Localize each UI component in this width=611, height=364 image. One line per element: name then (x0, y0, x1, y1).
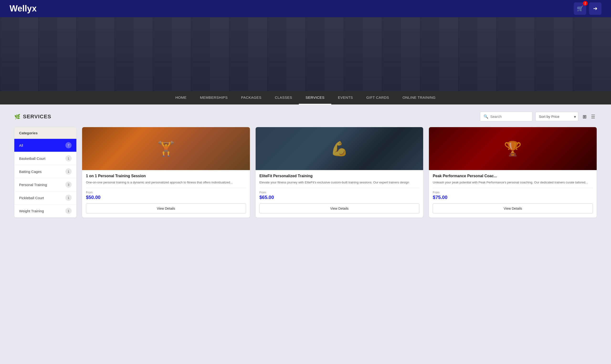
card-body-2: EliteFit Personalized Training Elevate y… (256, 170, 423, 217)
cards-grid: 🏋️ 1 on 1 Personal Training Session One-… (82, 127, 597, 218)
category-pickleball-court-count: 1 (66, 195, 72, 201)
header-actions: 🛒 2 ➜ (574, 2, 601, 15)
service-card-3: 🏆 Peak Performance Personal Coac... Unle… (429, 127, 597, 218)
categories-header: Categories (14, 127, 76, 139)
category-batting-cages-label: Batting Cages (19, 169, 41, 174)
leaf-icon: 🌿 (14, 114, 21, 119)
grid-view-button[interactable]: ⊞ (581, 112, 588, 121)
nav-services[interactable]: SERVICES (299, 91, 331, 104)
services-header: 🌿 SERVICES 🔍 Sort by Price Price: Low to… (14, 112, 597, 121)
nav-home[interactable]: HOME (169, 91, 193, 104)
card-title-3: Peak Performance Personal Coac... (433, 174, 593, 178)
category-basketball-court-count: 1 (66, 155, 72, 161)
service-card-1: 🏋️ 1 on 1 Personal Training Session One-… (82, 127, 250, 218)
category-all[interactable]: All 7 (14, 139, 76, 152)
sort-wrapper: Sort by Price Price: Low to High Price: … (535, 112, 578, 121)
header: Wellyx 🛒 2 ➜ (0, 0, 611, 17)
nav-events[interactable]: EVENTS (331, 91, 360, 104)
services-controls: 🔍 Sort by Price Price: Low to High Price… (480, 112, 597, 121)
category-basketball-court-label: Basketball Court (19, 156, 45, 160)
cart-badge: 2 (583, 1, 588, 6)
category-pickleball-court-label: Pickleball Court (19, 196, 44, 200)
card-from-1: From (86, 191, 246, 194)
card-image-3: 🏆 (429, 127, 597, 170)
category-personal-training-count: 3 (66, 182, 72, 188)
card-desc-1: One-on-one personal training is a dynami… (86, 180, 246, 188)
card-body-3: Peak Performance Personal Coac... Unleas… (429, 170, 597, 217)
view-details-button-1[interactable]: View Details (86, 204, 246, 213)
list-view-button[interactable]: ☰ (589, 112, 597, 121)
view-details-button-2[interactable]: View Details (259, 204, 420, 213)
card-price-1: $50.00 (86, 195, 246, 200)
nav-online-training[interactable]: ONLINE TRAINING (396, 91, 442, 104)
card-from-2: From (259, 191, 420, 194)
card-price-3: $75.00 (433, 195, 593, 200)
category-weight-training[interactable]: Weight Training 1 (14, 204, 76, 218)
card-title-1: 1 on 1 Personal Training Session (86, 174, 246, 178)
category-all-label: All (19, 143, 23, 147)
login-button[interactable]: ➜ (589, 2, 601, 15)
nav-classes[interactable]: CLASSES (268, 91, 299, 104)
login-icon: ➜ (593, 5, 598, 12)
cart-button[interactable]: 🛒 2 (574, 2, 586, 15)
view-toggle: ⊞ ☰ (581, 112, 597, 121)
nav-memberships[interactable]: MEMBERSHIPS (193, 91, 234, 104)
categories-sidebar: Categories All 7 Basketball Court 1 Batt… (14, 127, 76, 218)
search-input[interactable] (490, 115, 529, 118)
category-personal-training-label: Personal Training (19, 183, 47, 187)
card-from-3: From (433, 191, 593, 194)
hero-image (0, 17, 611, 91)
card-body-1: 1 on 1 Personal Training Session One-on-… (82, 170, 250, 217)
card-desc-3: Unleash your peak potential with Peak Pe… (433, 180, 593, 188)
search-box: 🔍 (480, 112, 532, 121)
sort-select[interactable]: Sort by Price Price: Low to High Price: … (535, 112, 578, 121)
service-card-2: 💪 EliteFit Personalized Training Elevate… (256, 127, 423, 218)
nav-packages[interactable]: PACKAGES (234, 91, 268, 104)
view-details-button-3[interactable]: View Details (433, 204, 593, 213)
card-image-2: 💪 (256, 127, 423, 170)
category-weight-training-count: 1 (66, 208, 72, 214)
category-all-count: 7 (66, 142, 72, 148)
logo: Wellyx (10, 4, 37, 13)
hero-banner (0, 17, 611, 91)
category-personal-training[interactable]: Personal Training 3 (14, 178, 76, 191)
search-icon: 🔍 (484, 114, 488, 119)
category-batting-cages[interactable]: Batting Cages 1 (14, 165, 76, 178)
category-batting-cages-count: 1 (66, 169, 72, 175)
card-title-2: EliteFit Personalized Training (259, 174, 420, 178)
card-image-1: 🏋️ (82, 127, 250, 170)
category-basketball-court[interactable]: Basketball Court 1 (14, 152, 76, 165)
category-weight-training-label: Weight Training (19, 209, 44, 213)
cart-icon: 🛒 (577, 5, 583, 12)
nav-gift-cards[interactable]: GIFT CARDS (360, 91, 396, 104)
card-desc-2: Elevate your fitness journey with EliteF… (259, 180, 420, 188)
page-title: SERVICES (23, 114, 51, 120)
services-title: 🌿 SERVICES (14, 114, 51, 120)
navigation: HOME MEMBERSHIPS PACKAGES CLASSES SERVIC… (0, 91, 611, 104)
category-pickleball-court[interactable]: Pickleball Court 1 (14, 191, 76, 204)
main-content: 🌿 SERVICES 🔍 Sort by Price Price: Low to… (0, 104, 611, 247)
content-layout: Categories All 7 Basketball Court 1 Batt… (14, 127, 597, 218)
card-price-2: $65.00 (259, 195, 420, 200)
